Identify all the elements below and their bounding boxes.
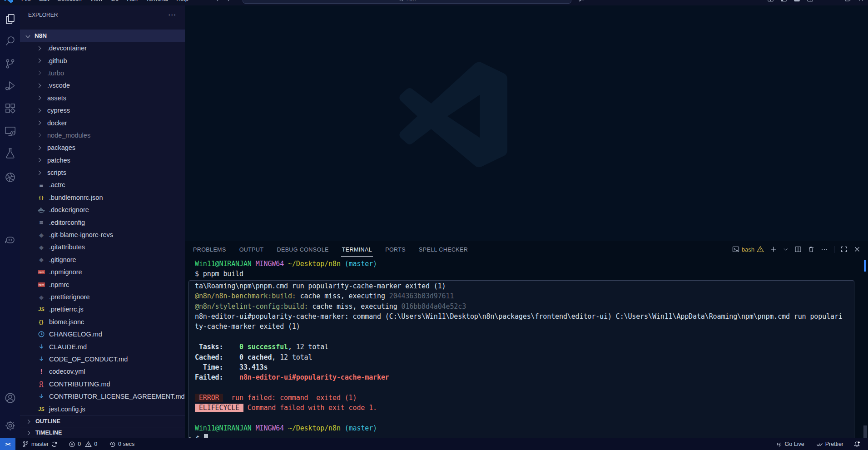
tree-folder-scripts[interactable]: scripts bbox=[20, 166, 185, 178]
tree-file-.prettierrc.js[interactable]: JS.prettierrc.js bbox=[20, 303, 185, 316]
tree-file-.prettierignore[interactable]: ◆.prettierignore bbox=[20, 291, 185, 303]
tree-folder-docker[interactable]: docker bbox=[20, 117, 185, 129]
sync-icon bbox=[51, 441, 58, 448]
toggle-bottom-panel-icon[interactable] bbox=[794, 0, 800, 2]
file-label: CONTRIBUTOR_LICENSE_AGREEMENT.md bbox=[49, 393, 185, 400]
branch-indicator[interactable]: master bbox=[19, 438, 61, 450]
json-icon: {} bbox=[37, 318, 45, 326]
terminal-instance[interactable]: bash bbox=[732, 246, 764, 253]
menu-item-view[interactable]: View bbox=[86, 0, 107, 4]
forward-icon[interactable] bbox=[225, 0, 233, 2]
remote-indicator[interactable]: >< bbox=[0, 438, 15, 450]
search-icon bbox=[398, 0, 404, 2]
close-panel-icon[interactable] bbox=[853, 246, 861, 253]
menu-item-file[interactable]: File bbox=[17, 0, 35, 4]
go-live-button[interactable]: Go Live bbox=[773, 441, 808, 448]
menu-item-terminal[interactable]: Terminal bbox=[142, 0, 172, 4]
menu-item-edit[interactable]: Edit bbox=[35, 0, 53, 4]
toggle-panel-grid-icon[interactable] bbox=[767, 0, 774, 2]
activity-item-accounts[interactable] bbox=[0, 388, 20, 408]
activity-item-run-and-debug[interactable] bbox=[0, 75, 20, 95]
panel-tab-debug-console[interactable]: DEBUG CONSOLE bbox=[276, 242, 329, 256]
explorer-title: EXPLORER bbox=[28, 12, 58, 18]
activity-item-search[interactable] bbox=[0, 31, 20, 51]
tree-file-.editorconfig[interactable]: ≡.editorconfig bbox=[20, 216, 185, 228]
files-icon bbox=[4, 13, 16, 25]
activity-item-settings[interactable] bbox=[0, 415, 20, 435]
menu-item-help[interactable]: Help bbox=[172, 0, 193, 4]
panel-tab-problems[interactable]: PROBLEMS bbox=[192, 242, 227, 256]
section-timeline[interactable]: TIMELINE bbox=[20, 427, 185, 438]
terminal-text-segment: (master) bbox=[345, 260, 377, 268]
tree-folder-patches[interactable]: patches bbox=[20, 154, 185, 166]
tree-file-.actrc[interactable]: ≡.actrc bbox=[20, 179, 185, 191]
tree-folder-.turbo[interactable]: .turbo bbox=[20, 67, 185, 79]
tree-file-CODE_OF_CONDUCT.md[interactable]: CODE_OF_CONDUCT.md bbox=[20, 353, 185, 365]
new-terminal-icon[interactable] bbox=[770, 246, 777, 253]
panel-tab-output[interactable]: OUTPUT bbox=[238, 242, 265, 256]
tree-folder-.devcontainer[interactable]: .devcontainer bbox=[20, 42, 185, 54]
customize-layout-icon[interactable] bbox=[807, 0, 813, 2]
activity-item-extension-face[interactable] bbox=[0, 230, 20, 250]
json-icon: {} bbox=[37, 193, 45, 202]
section-outline[interactable]: OUTLINE bbox=[20, 415, 185, 427]
command-center-search[interactable]: n8n bbox=[243, 0, 571, 4]
tree-file-CLAUDE.md[interactable]: CLAUDE.md bbox=[20, 341, 185, 353]
panel-tab-spell-checker[interactable]: SPELL CHECKER bbox=[418, 242, 469, 256]
close-window-icon[interactable] bbox=[858, 0, 864, 2]
menu-item-go[interactable]: Go bbox=[107, 0, 123, 4]
tree-file-.bundlemonrc.json[interactable]: {}.bundlemonrc.json bbox=[20, 191, 185, 203]
activity-item-testing[interactable] bbox=[0, 143, 20, 163]
tree-file-codecov.yml[interactable]: !codecov.yml bbox=[20, 366, 185, 378]
back-icon[interactable] bbox=[213, 0, 221, 2]
scrollbar-thumb[interactable] bbox=[863, 425, 867, 438]
terminal-text-segment: Win11@NIRANJAN bbox=[195, 260, 256, 268]
copilot-icon[interactable] bbox=[578, 0, 585, 2]
terminal-text-segment: n8n-editor-ui#popularity-cache-marker: c… bbox=[195, 312, 843, 321]
tree-folder-packages[interactable]: packages bbox=[20, 142, 185, 154]
problems-indicator[interactable]: 0 0 bbox=[65, 438, 100, 450]
menu-item-selection[interactable]: Selection bbox=[53, 0, 85, 4]
more-actions-icon[interactable] bbox=[821, 246, 828, 253]
tree-folder-.vscode[interactable]: .vscode bbox=[20, 79, 185, 92]
tree-file-CONTRIBUTING.md[interactable]: CONTRIBUTING.md bbox=[20, 378, 185, 390]
activity-item-source-control[interactable] bbox=[0, 54, 20, 74]
timer-indicator[interactable]: 0 secs bbox=[106, 438, 138, 450]
tree-root-n8n[interactable]: N8N bbox=[20, 30, 185, 42]
activity-item-extensions[interactable] bbox=[0, 98, 20, 118]
toggle-sidebar-icon[interactable] bbox=[780, 0, 787, 2]
tree-file-.dockerignore[interactable]: .dockerignore bbox=[20, 204, 185, 216]
panel-tab-terminal[interactable]: TERMINAL bbox=[341, 242, 373, 257]
chevron-down-icon[interactable] bbox=[783, 246, 789, 253]
tree-file-.gitignore[interactable]: ◆.gitignore bbox=[20, 253, 185, 266]
tree-file-biome.jsonc[interactable]: {}biome.jsonc bbox=[20, 316, 185, 328]
robot-face-icon bbox=[4, 234, 16, 246]
tree-file-jest.config.js[interactable]: JSjest.config.js bbox=[20, 403, 185, 415]
menu-item-run[interactable]: Run bbox=[123, 0, 142, 4]
restore-window-icon[interactable] bbox=[844, 0, 851, 2]
tree-file-CHANGELOG.md[interactable]: CHANGELOG.md bbox=[20, 328, 185, 340]
tree-file-CONTRIBUTOR_LICENSE_AGREEMENT.md[interactable]: CONTRIBUTOR_LICENSE_AGREEMENT.md bbox=[20, 390, 185, 402]
terminal-output[interactable]: Win11@NIRANJAN MINGW64 ~/Desktop/n8n (ma… bbox=[195, 259, 868, 438]
tree-file-.npmignore[interactable]: npm.npmignore bbox=[20, 266, 185, 278]
tree-folder-cypress[interactable]: cypress bbox=[20, 104, 185, 116]
tree-file-.npmrc[interactable]: npm.npmrc bbox=[20, 278, 185, 291]
split-terminal-icon[interactable] bbox=[794, 246, 802, 253]
notifications-bell[interactable] bbox=[850, 441, 863, 448]
tree-folder-node_modules[interactable]: node_modules bbox=[20, 129, 185, 141]
activity-item-remote-explorer[interactable] bbox=[0, 121, 20, 141]
activity-item-explorer[interactable] bbox=[0, 9, 20, 29]
explorer-more-actions-icon[interactable]: ··· bbox=[169, 12, 177, 18]
file-label: node_modules bbox=[47, 132, 90, 139]
kill-terminal-icon[interactable] bbox=[808, 246, 815, 253]
tree-file-.gitattributes[interactable]: ◆.gitattributes bbox=[20, 241, 185, 253]
prettier-status[interactable]: Prettier bbox=[813, 441, 847, 448]
tree-file-.git-blame-ignore-revs[interactable]: ◆.git-blame-ignore-revs bbox=[20, 228, 185, 241]
maximize-panel-icon[interactable] bbox=[840, 246, 848, 253]
chevron-right-icon bbox=[26, 430, 30, 435]
tree-folder-assets[interactable]: assets bbox=[20, 92, 185, 104]
panel-tab-ports[interactable]: PORTS bbox=[384, 242, 407, 256]
docker-icon bbox=[38, 206, 45, 213]
tree-folder-.github[interactable]: .github bbox=[20, 54, 185, 67]
activity-item-codesnap[interactable] bbox=[0, 167, 20, 187]
